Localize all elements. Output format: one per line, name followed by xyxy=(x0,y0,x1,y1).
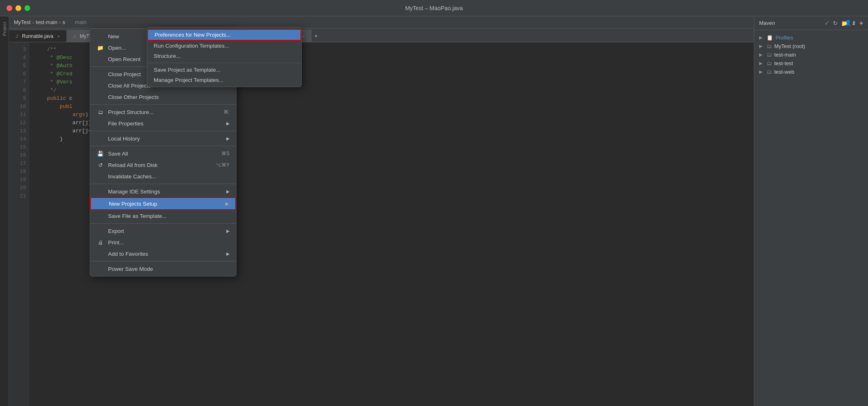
maven-label-test-main: test-main xyxy=(774,52,796,58)
close-button[interactable] xyxy=(7,5,12,11)
code-line-6: * @Cred xyxy=(34,70,749,78)
maven-download-icon[interactable]: ⬇ xyxy=(851,20,856,26)
tab-close-runnable[interactable]: × xyxy=(56,33,62,39)
code-content[interactable]: /** * @Desc * @Auth * @Cred * @Vers */ p… xyxy=(29,42,754,406)
code-line-4: * @Desc xyxy=(34,54,749,62)
maven-item-mytest[interactable]: ▶ 🗂 MyTest (root) xyxy=(754,42,868,50)
maven-refresh-icon[interactable]: ↻ xyxy=(833,20,838,26)
breadcrumb-project[interactable]: MyTest xyxy=(14,19,31,25)
tab-icon-object: ◎ xyxy=(205,33,211,39)
profiles-icon: 📋 xyxy=(766,35,773,41)
breadcrumb-sep2: › xyxy=(59,19,61,25)
tab-label-waitnotify: WaitNotifyThread.java xyxy=(139,33,187,39)
tab-label-longadder: LongAdder.java xyxy=(264,33,298,39)
chevron-right-icon-mytest: ▶ xyxy=(759,44,764,49)
breadcrumb-sep1: › xyxy=(32,19,34,25)
code-area: 34567 89101112 1314151617 18192021 /** *… xyxy=(9,42,754,406)
code-line-7: * @Vers xyxy=(34,78,749,86)
tab-label-runnable: Runnable.java xyxy=(22,33,53,39)
tab-object[interactable]: ◎ Object.java × xyxy=(200,30,251,42)
editor-area: MyTest › test-main › s main J Runnable.j… xyxy=(9,16,754,406)
maven-item-test-main[interactable]: ▶ 🗂 test-main xyxy=(754,50,868,59)
tab-icon-longadder: ◎ xyxy=(256,33,262,39)
code-line-20: arr[j+1] = temp; xyxy=(34,127,749,135)
line-numbers: 34567 89101112 1314151617 18192021 xyxy=(9,42,29,406)
tab-icon-mythread: J xyxy=(72,33,77,39)
maven-label-test-test: test-test xyxy=(774,60,793,66)
window-title: MyTest – MaoPao.java xyxy=(405,5,463,11)
tab-bar: J Runnable.java × J MyThread.java × 🔔 Wa… xyxy=(9,29,754,42)
tab-longadder[interactable]: ◎ LongAdder.java × xyxy=(251,30,311,42)
maven-item-test-web[interactable]: ▶ 🗂 test-web xyxy=(754,68,868,76)
maven-tree: ▶ 📋 Profiles ▶ 🗂 MyTest (root) ▶ 🗂 test-… xyxy=(754,30,868,79)
tab-close-mythread[interactable]: × xyxy=(115,33,120,39)
fullscreen-button[interactable] xyxy=(24,5,30,11)
maven-item-profiles[interactable]: ▶ 📋 Profiles xyxy=(754,33,868,42)
tab-icon-waitnotify: 🔔 xyxy=(130,33,136,39)
code-line-19: arr[j] = arr[j+1]; xyxy=(34,119,749,127)
chevron-right-icon-test-web: ▶ xyxy=(759,69,764,75)
maven-add-icon[interactable]: + xyxy=(859,20,863,27)
maven-item-test-test[interactable]: ▶ 🗂 test-test xyxy=(754,59,868,68)
maven-label-profiles: Profiles xyxy=(775,35,793,41)
chevron-right-icon: ▶ xyxy=(759,35,764,40)
maven-header: Maven ✓ ↻ 📁 ⬇ + xyxy=(754,16,868,30)
breadcrumb: MyTest › test-main › s main xyxy=(9,16,754,29)
code-line-9: public c xyxy=(34,94,749,103)
tab-waitnotify[interactable]: 🔔 WaitNotifyThread.java × xyxy=(126,30,200,42)
code-line-21: } xyxy=(34,135,749,143)
title-bar: MyTest – MaoPao.java xyxy=(0,0,868,16)
code-line-11: publ xyxy=(34,103,749,111)
maven-title: Maven xyxy=(759,20,775,26)
maven-folder-icon[interactable]: 📁 xyxy=(841,20,848,26)
chevron-right-icon-test-main: ▶ xyxy=(759,52,764,57)
breadcrumb-item[interactable]: s xyxy=(62,19,65,25)
tab-label-mythread: MyThread.java xyxy=(80,33,112,39)
code-line-3: /** xyxy=(34,46,749,54)
tab-close-waitnotify[interactable]: × xyxy=(189,33,195,39)
chevron-right-icon-test-test: ▶ xyxy=(759,61,764,66)
tab-close-longadder[interactable]: × xyxy=(300,33,306,39)
tab-label-object: Object.java xyxy=(213,33,238,39)
module-icon-test-main: 🗂 xyxy=(766,52,772,58)
tab-mythread[interactable]: J MyThread.java × xyxy=(67,30,126,42)
code-line-13: args) { xyxy=(34,111,749,119)
maven-actions: ✓ ↻ 📁 ⬇ + xyxy=(824,19,863,27)
tab-close-object[interactable]: × xyxy=(240,33,246,39)
code-line-5: * @Auth xyxy=(34,62,749,70)
left-gutter: Project xyxy=(0,16,9,406)
module-icon-mytest: 🗂 xyxy=(766,43,772,49)
tab-overflow[interactable]: ▾ xyxy=(311,30,321,42)
maven-check-icon[interactable]: ✓ xyxy=(824,19,830,27)
maven-panel: Maven ✓ ↻ 📁 ⬇ + ▶ 📋 Profiles ▶ 🗂 MyTest … xyxy=(754,16,868,406)
traffic-lights xyxy=(7,5,30,11)
module-icon-test-web: 🗂 xyxy=(766,69,772,75)
tab-runnable[interactable]: J Runnable.java × xyxy=(9,30,67,42)
maven-label-test-web: test-web xyxy=(774,69,794,75)
minimize-button[interactable] xyxy=(15,5,21,11)
tab-icon-runnable: J xyxy=(14,33,20,39)
module-icon-test-test: 🗂 xyxy=(766,60,772,66)
code-line-8: */ xyxy=(34,86,749,94)
maven-label-mytest: MyTest (root) xyxy=(774,43,805,49)
breadcrumb-module[interactable]: test-main xyxy=(36,19,57,25)
breadcrumb-context: main xyxy=(75,19,86,25)
project-tab-label[interactable]: Project xyxy=(2,22,7,36)
